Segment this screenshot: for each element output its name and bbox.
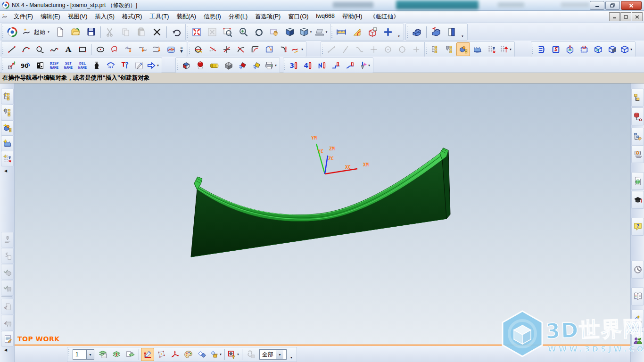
zoom-in-out-button[interactable]: [236, 25, 251, 40]
mdi-restore-button[interactable]: [620, 12, 631, 21]
pan-view-button[interactable]: [267, 25, 282, 40]
move-object-button[interactable]: ▼: [146, 58, 160, 72]
measure-angle-button[interactable]: [349, 25, 364, 40]
create-operation-tool[interactable]: [1, 151, 14, 166]
menu-format[interactable]: 格式(R): [118, 11, 146, 23]
edit-operation-button[interactable]: ▼: [499, 42, 512, 56]
start-menu-button[interactable]: 起始▼: [20, 25, 52, 40]
undo-button[interactable]: [169, 25, 184, 40]
menu-view[interactable]: 视图(V): [64, 11, 91, 23]
measure-bodies-button[interactable]: i: [365, 25, 380, 40]
text-button[interactable]: A: [61, 42, 75, 56]
work-layer-combo[interactable]: 1▼: [73, 349, 94, 360]
show-object-button[interactable]: [104, 58, 117, 72]
nx-logo-button[interactable]: [5, 25, 20, 40]
divide-curve-button[interactable]: [220, 42, 233, 56]
type-filter-combo-arrow-icon[interactable]: ▼: [276, 350, 283, 359]
verify-toolpath-button[interactable]: [563, 42, 577, 56]
create-method-tool[interactable]: [1, 136, 14, 151]
save-part-button[interactable]: [83, 25, 99, 40]
graphics-viewport[interactable]: YM YC ZM ZC XC XM TOP WORK: [14, 83, 631, 346]
rotate-view-button[interactable]: [251, 25, 266, 40]
zoom-window-button[interactable]: [220, 25, 235, 40]
shop-documentation-tool[interactable]: [1, 331, 14, 346]
csys-constructor-button[interactable]: [168, 348, 182, 361]
mdi-close-button[interactable]: [632, 12, 643, 21]
ellipse-button[interactable]: [93, 42, 107, 56]
rotate-90-button[interactable]: 90: [19, 58, 33, 72]
probe-tool-button[interactable]: ▼: [357, 58, 371, 72]
orient-view-button[interactable]: ▼: [298, 25, 313, 40]
trim-curve-button[interactable]: [191, 42, 205, 56]
set-name-button[interactable]: SETNAME: [61, 58, 75, 72]
point-constructor-button[interactable]: [155, 348, 168, 361]
generate-toolpath-button[interactable]: [535, 42, 548, 56]
menu-lwq668[interactable]: lwq668: [312, 11, 339, 23]
sidebar-collapse-arrow[interactable]: ◀: [4, 348, 7, 352]
menu-edit[interactable]: 编辑(E): [37, 11, 64, 23]
create-operation-button[interactable]: [485, 42, 498, 56]
show-body-button[interactable]: [179, 58, 193, 72]
extrude-measure-button[interactable]: [429, 25, 444, 40]
layer-visible-in-view-button[interactable]: [110, 348, 123, 361]
menu-file[interactable]: 文件(F): [10, 11, 37, 23]
toolpath-boundary-button[interactable]: [577, 42, 591, 56]
menu-preferences[interactable]: 首选项(P): [251, 11, 284, 23]
new-part-button[interactable]: [52, 25, 67, 40]
menu-information[interactable]: 信息(I): [200, 11, 225, 23]
constraint-navigator-tab[interactable]: [631, 107, 644, 125]
create-geometry-button[interactable]: [456, 42, 470, 56]
menu-tools[interactable]: 工具(T): [146, 11, 173, 23]
project-curve-button[interactable]: [150, 42, 164, 56]
menu-insert[interactable]: 插入(S): [91, 11, 118, 23]
cut-levels-button[interactable]: [591, 42, 605, 56]
machine-simulation-button[interactable]: [549, 42, 562, 56]
create-geometry-tool[interactable]: [1, 120, 14, 136]
display-mode-button[interactable]: ▼: [314, 25, 329, 40]
create-tool-tool[interactable]: [1, 105, 14, 120]
corner-curve-button[interactable]: [248, 42, 262, 56]
offset-curve-button[interactable]: [122, 42, 135, 56]
three-axis-mill-button[interactable]: 3: [287, 58, 300, 72]
floor-wall-button[interactable]: [329, 58, 343, 72]
operation-navigator-tab[interactable]: [631, 128, 644, 146]
join-curve-button[interactable]: [136, 42, 149, 56]
work-layer-combo-arrow-icon[interactable]: ▼: [86, 350, 94, 359]
contour-profile-button[interactable]: [315, 58, 329, 72]
palettes-tab[interactable]: [631, 288, 644, 305]
create-method-button[interactable]: [471, 42, 484, 56]
profile-button[interactable]: [107, 42, 121, 56]
layer-visibility-button[interactable]: [33, 58, 47, 72]
wcs-dynamics-button[interactable]: [141, 348, 154, 361]
move-to-layer-button[interactable]: [124, 348, 137, 361]
selection-filter-button[interactable]: ▼: [227, 348, 240, 361]
shaded-view-button[interactable]: [282, 25, 297, 40]
type-filter-combo[interactable]: 全部▼: [259, 349, 287, 360]
window-minimize-button[interactable]: [590, 1, 604, 10]
fit-view-button[interactable]: [189, 25, 204, 40]
export-object-button[interactable]: ▼: [209, 348, 223, 361]
transform-button[interactable]: [5, 58, 18, 72]
model-3d-part[interactable]: [191, 148, 450, 257]
chamfer-curve-button[interactable]: [262, 42, 276, 56]
disp-name-button[interactable]: DISPNAME: [47, 58, 61, 72]
measure-distance-button[interactable]: [334, 25, 349, 40]
toolbar-overflow-arrow[interactable]: ▼: [396, 35, 402, 38]
toolbar-more-chevron[interactable]: »▼: [178, 46, 185, 53]
help-tab[interactable]: ?: [631, 218, 644, 236]
toolbar-overflow-arrow[interactable]: ▼: [289, 356, 294, 359]
containment-button[interactable]: ▼: [619, 42, 633, 56]
edit-object-display-button[interactable]: [193, 58, 207, 72]
edit-display-button[interactable]: [132, 58, 146, 72]
curve-length-button[interactable]: [276, 42, 290, 56]
open-part-button[interactable]: [68, 25, 83, 40]
web-browser-tab[interactable]: [631, 172, 644, 190]
menu-window[interactable]: 窗口(O): [284, 11, 312, 23]
extend-curve-button[interactable]: [206, 42, 219, 56]
arc-button[interactable]: [19, 42, 33, 56]
menu-help[interactable]: 帮助(H): [339, 11, 366, 23]
delete-button[interactable]: [149, 25, 165, 40]
extrude-body-button[interactable]: [409, 25, 424, 40]
spline-button[interactable]: [47, 42, 61, 56]
roles-tab[interactable]: [631, 310, 644, 328]
